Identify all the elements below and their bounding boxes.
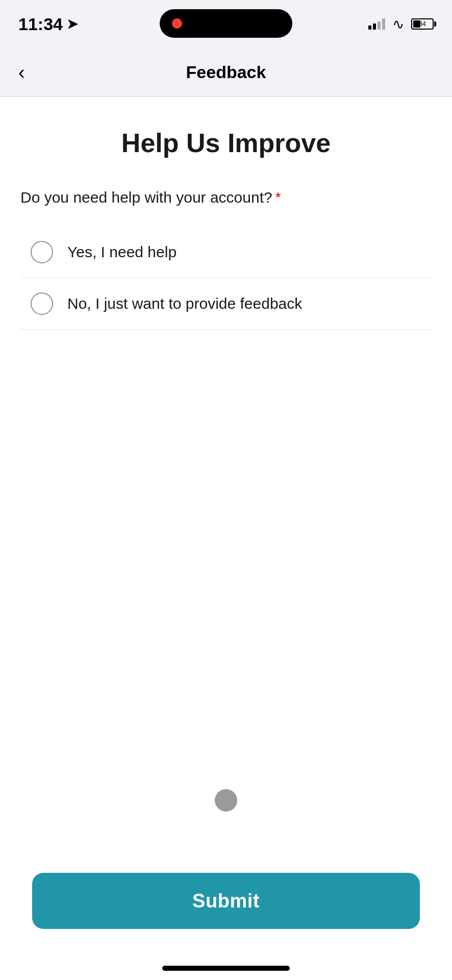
signal-bar-3 [378,21,381,30]
radio-option-2[interactable]: No, I just want to provide feedback [20,278,432,330]
time-display: 11:34 [18,14,63,34]
signal-bar-1 [368,26,371,30]
battery-icon: 34 [411,18,434,30]
signal-icon [368,18,385,30]
scroll-indicator [215,789,237,812]
required-star: * [275,189,281,206]
status-time: 11:34 ➤ [18,14,78,34]
back-button[interactable]: ‹ [14,57,29,87]
signal-bar-2 [373,23,376,30]
status-right: ∿ 34 [368,16,434,33]
main-content: Help Us Improve Do you need help with yo… [0,97,452,980]
location-icon: ➤ [67,16,78,32]
status-bar: 11:34 ➤ ∿ 34 [0,0,452,48]
nav-bar: ‹ Feedback [0,48,452,97]
content-wrapper: Help Us Improve Do you need help with yo… [0,97,452,980]
dynamic-island [160,9,292,38]
signal-bar-4 [382,18,385,30]
radio-label-1: Yes, I need help [67,243,177,261]
radio-option-1[interactable]: Yes, I need help [20,227,432,278]
recording-dot [172,18,182,29]
radio-circle-1 [31,241,53,263]
page-heading: Help Us Improve [20,128,432,158]
home-indicator [162,966,290,971]
radio-circle-2 [31,292,53,315]
question-text: Do you need help with your account? [20,189,272,206]
submit-button[interactable]: Submit [32,873,420,929]
page-title: Feedback [186,62,266,82]
radio-label-2: No, I just want to provide feedback [67,295,302,312]
wifi-icon: ∿ [392,16,404,33]
question-label: Do you need help with your account? * [20,189,432,206]
